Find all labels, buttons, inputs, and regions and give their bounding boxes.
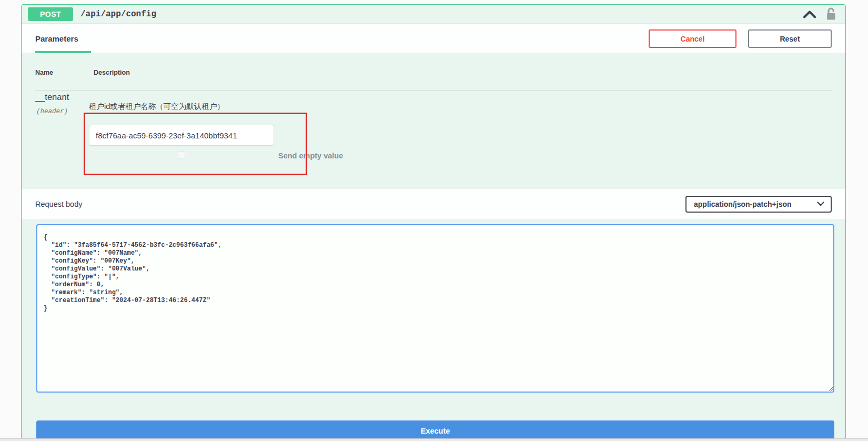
opblock-post: POST /api/app/config Parameters xyxy=(21,4,846,441)
opblock-summary[interactable]: POST /api/app/config xyxy=(22,5,845,24)
request-body-editor[interactable]: { "id": "3fa85f64-5717-4562-b3fc-2c963f6… xyxy=(36,224,834,393)
tab-parameters[interactable]: Parameters xyxy=(35,24,91,53)
param-description: 租户id或者租户名称（可空为默认租户） xyxy=(89,102,225,112)
chevron-down-icon xyxy=(817,202,824,206)
collapse-chevron-icon[interactable] xyxy=(803,10,816,18)
tenant-value-input[interactable] xyxy=(89,125,274,146)
content-type-select[interactable]: application/json-patch+json xyxy=(685,196,832,213)
cancel-button[interactable]: Cancel xyxy=(649,29,736,48)
request-body-label: Request body xyxy=(35,200,82,208)
try-out-actions: Cancel Reset xyxy=(649,29,832,48)
send-empty-value-checkbox[interactable] xyxy=(178,151,185,158)
request-body-header-row: Request body application/json-patch+json xyxy=(22,189,845,219)
tab-parameters-label: Parameters xyxy=(35,34,78,43)
parameters-section: Name Description __tenant (header) 租户id或… xyxy=(22,53,845,189)
request-body-section: { "id": "3fa85f64-5717-4562-b3fc-2c963f6… xyxy=(22,219,845,441)
parameters-header-row: Parameters Cancel Reset xyxy=(22,24,845,53)
reset-button[interactable]: Reset xyxy=(748,29,832,48)
swagger-page: POST /api/app/config Parameters xyxy=(0,0,868,441)
param-location: (header) xyxy=(36,108,68,115)
content-type-value: application/json-patch+json xyxy=(694,200,792,208)
window-bottom-strip xyxy=(0,438,868,441)
method-badge: POST xyxy=(28,7,73,21)
send-empty-value-label: Send empty value xyxy=(278,152,343,160)
column-header-name: Name xyxy=(35,69,53,76)
column-header-description: Description xyxy=(94,69,130,76)
param-name-tenant: __tenant xyxy=(35,92,69,102)
table-divider xyxy=(35,90,832,91)
endpoint-path: /api/app/config xyxy=(80,9,156,19)
summary-icons xyxy=(803,7,839,22)
auth-lock-icon[interactable] xyxy=(825,7,837,22)
